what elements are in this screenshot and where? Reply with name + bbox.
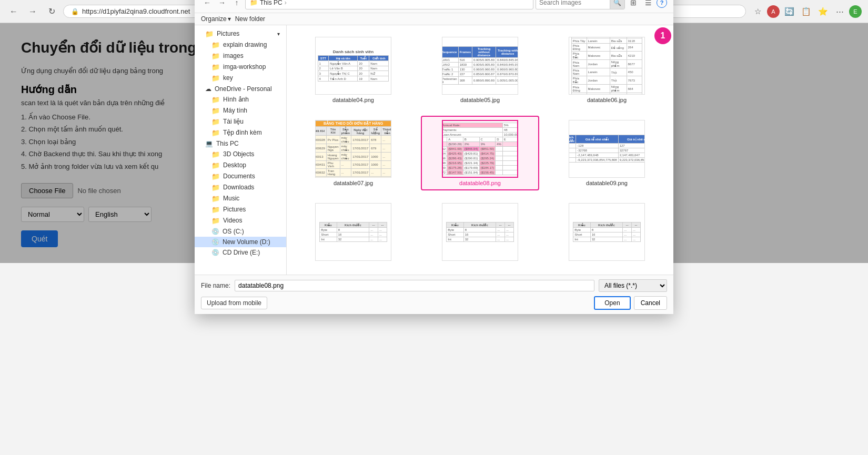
dialog-back-button[interactable]: ← — [201, 0, 214, 9]
sidebar-item-imga-workshop[interactable]: 📁 imga-workshop — [195, 62, 286, 73]
back-button[interactable]: ← — [6, 4, 21, 19]
folder-icon: 📁 — [211, 107, 220, 115]
dialog-body: 📁 Pictures ▾ 📁 explain drawing 📁 images … — [195, 25, 673, 275]
dialog-main: Danh sách sinh viên STTHọ và tênTuổiGiới… — [287, 25, 673, 275]
profile-button[interactable]: A — [767, 5, 780, 18]
file-thumbnail-datatable07: BẢNG THEO DÕI ĐƠN ĐẶT HÀNG Mã KHTên KHSả… — [315, 120, 391, 178]
breadcrumb-folder-icon: 📁 — [250, 0, 258, 6]
folder-icon: 📁 — [211, 173, 220, 180]
edge-button[interactable]: 🔄 — [782, 4, 796, 19]
open-button[interactable]: Open — [594, 296, 630, 310]
breadcrumb-bar[interactable]: 📁 This PC › — [245, 0, 533, 9]
file-thumbnail-plain3: KiềuKích thước...... Byte8...... Short16… — [569, 203, 645, 261]
folder-icon: 📁 — [211, 96, 220, 104]
dialog-toolbar: ← → ↑ 📁 This PC › 🔍 ⊞ ☰ ? — [195, 0, 673, 13]
sidebar-item-cd-drive-e[interactable]: 💿 CD Drive (E:) — [195, 247, 286, 258]
collections-button[interactable]: 📋 — [799, 4, 813, 19]
file-name-datatable05: datatable05.jpg — [460, 97, 500, 103]
sidebar-item-3d-objects[interactable]: 📁 3D Objects — [195, 149, 286, 160]
view-help-button[interactable]: ? — [657, 0, 667, 8]
computer-icon: 💻 — [205, 140, 213, 147]
file-name-datatable04: datatable04.png — [332, 97, 374, 103]
file-thumbnail-datatable04: Danh sách sinh viên STTHọ và tênTuổiGiới… — [315, 37, 391, 95]
sidebar-item-os-c[interactable]: 💿 OS (C:) — [195, 226, 286, 237]
view-toggle-button[interactable]: ⊞ — [627, 0, 640, 9]
sidebar-item-images[interactable]: 📁 images — [195, 50, 286, 62]
file-type-select[interactable]: All files (*.*) — [599, 279, 667, 292]
sidebar-item-pictures[interactable]: 📁 Pictures ▾ — [195, 28, 286, 39]
folder-icon: 📁 — [211, 41, 220, 49]
sidebar-item-hinh-anh[interactable]: 📁 Hình ảnh — [195, 94, 286, 105]
file-item-plain3[interactable]: KiềuKích thước...... Byte8...... Short16… — [548, 199, 666, 267]
file-thumbnail-datatable05: SequenceFramesTracking without distanceT… — [442, 37, 518, 95]
file-name-datatable09: datatable09.png — [586, 180, 628, 186]
drive-icon: 💿 — [211, 228, 219, 235]
sidebar-item-key[interactable]: 📁 key — [195, 73, 286, 84]
bookmark-star-button[interactable]: ☆ — [750, 4, 765, 19]
file-item-datatable06-wrapper: Khu vựcNgười bán hàngKiểuDoanh số Phía N… — [548, 33, 666, 107]
forward-button[interactable]: → — [25, 4, 40, 19]
drive-icon: 💿 — [211, 238, 219, 246]
sidebar-item-music[interactable]: 📁 Music — [195, 193, 286, 204]
folder-icon: 📁 — [211, 161, 220, 169]
sidebar-item-new-volume-d[interactable]: 💿 New Volume (D:) — [195, 237, 286, 247]
file-thumbnail-datatable06: Khu vựcNgười bán hàngKiểuDoanh số Phía N… — [569, 37, 645, 95]
sidebar-item-tep-dinh-kem[interactable]: 📁 Tệp đính kèm — [195, 127, 286, 138]
folder-icon: 📁 — [211, 217, 220, 225]
cancel-button[interactable]: Cancel — [634, 296, 667, 310]
badge-number: 1 — [654, 27, 671, 44]
dialog-sidebar: 📁 Pictures ▾ 📁 explain drawing 📁 images … — [195, 25, 287, 275]
file-name-label: File name: — [201, 282, 230, 289]
file-item-datatable05[interactable]: SequenceFramesTracking without distanceT… — [421, 33, 539, 107]
modal-overlay: 🔵 Open ✕ ← → ↑ 📁 This PC › 🔍 — [0, 23, 868, 263]
sidebar-item-onedrive[interactable]: ☁ OneDrive - Personal — [195, 84, 286, 94]
file-item-datatable08[interactable]: Annual Rate:5% Payments:48 Loan Amount:1… — [421, 116, 539, 190]
file-item-datatable04[interactable]: Danh sách sinh viên STTHọ và tênTuổiGiới… — [294, 33, 412, 107]
search-box: 🔍 — [536, 0, 625, 9]
upload-from-mobile-button[interactable]: Upload from mobile — [201, 297, 267, 309]
file-name-datatable08: datatable08.png — [459, 180, 501, 186]
extensions-button[interactable]: E — [849, 5, 862, 18]
file-item-datatable07[interactable]: BẢNG THEO DÕI ĐƠN ĐẶT HÀNG Mã KHTên KHSả… — [294, 116, 412, 190]
sidebar-item-documents[interactable]: 📁 Documents — [195, 171, 286, 182]
footer-row2: Upload from mobile Open Cancel — [201, 296, 667, 310]
view-list-button[interactable]: ☰ — [642, 0, 654, 9]
file-item-plain2[interactable]: KiềuKích thước...... Byte8...... Short16… — [421, 199, 539, 267]
sidebar-item-tai-lieu[interactable]: 📁 Tài liệu — [195, 116, 286, 127]
file-name-input[interactable] — [235, 280, 594, 291]
search-button[interactable]: 🔍 — [610, 0, 624, 9]
file-name-datatable06: datatable06.jpg — [587, 97, 627, 103]
sidebar-item-desktop[interactable]: 📁 Desktop — [195, 160, 286, 171]
file-item-plain1[interactable]: KiềuKích thước...... Byte8...... Short16… — [294, 199, 412, 267]
sidebar-item-may-tinh[interactable]: 📁 Máy tính — [195, 105, 286, 116]
sidebar-item-pictures2[interactable]: 📁 Pictures — [195, 204, 286, 215]
file-item-datatable09[interactable]: KiềuKích thướcGiá tổ nhé nhấtGiá trị nhê… — [548, 116, 666, 190]
reload-button[interactable]: ↻ — [44, 4, 59, 19]
folder-icon: 📁 — [211, 206, 220, 214]
file-item-datatable06[interactable]: Khu vựcNgười bán hàngKiểuDoanh số Phía N… — [548, 33, 666, 107]
folder-icon: 📁 — [211, 184, 220, 191]
folder-icon: 📁 — [211, 74, 220, 82]
sidebar-item-downloads[interactable]: 📁 Downloads — [195, 182, 286, 193]
dialog-actionbar: Organize ▾ New folder — [195, 13, 673, 25]
folder-icon: 📁 — [211, 63, 220, 71]
file-thumbnail-plain1: KiềuKích thước...... Byte8...... Short16… — [315, 203, 391, 261]
more-button[interactable]: ⋯ — [832, 4, 847, 19]
sidebar-item-this-pc[interactable]: 💻 This PC — [195, 138, 286, 149]
dialog-forward-button[interactable]: → — [216, 0, 228, 9]
drive-icon: 💿 — [211, 249, 219, 256]
file-name-datatable07: datatable07.jpg — [334, 180, 373, 186]
file-dialog: 🔵 Open ✕ ← → ↑ 📁 This PC › 🔍 — [195, 0, 673, 314]
new-folder-button[interactable]: New folder — [235, 15, 265, 23]
file-thumbnail-datatable08: Annual Rate:5% Payments:48 Loan Amount:1… — [442, 120, 518, 178]
organize-button[interactable]: Organize ▾ — [201, 15, 231, 23]
sidebar-item-videos[interactable]: 📁 Videos — [195, 215, 286, 226]
file-thumbnail-plain2: KiềuKích thước...... Byte8...... Short16… — [442, 203, 518, 261]
favorites-button[interactable]: ⭐ — [815, 4, 830, 19]
cloud-icon: ☁ — [205, 85, 211, 93]
folder-icon: 📁 — [211, 129, 220, 137]
dialog-up-button[interactable]: ↑ — [230, 0, 243, 9]
sidebar-item-explain-drawing[interactable]: 📁 explain drawing — [195, 39, 286, 50]
search-input[interactable] — [536, 0, 610, 7]
page-content: Chuyển đổi dữ liệu trong ảnh thành file … — [0, 23, 868, 263]
